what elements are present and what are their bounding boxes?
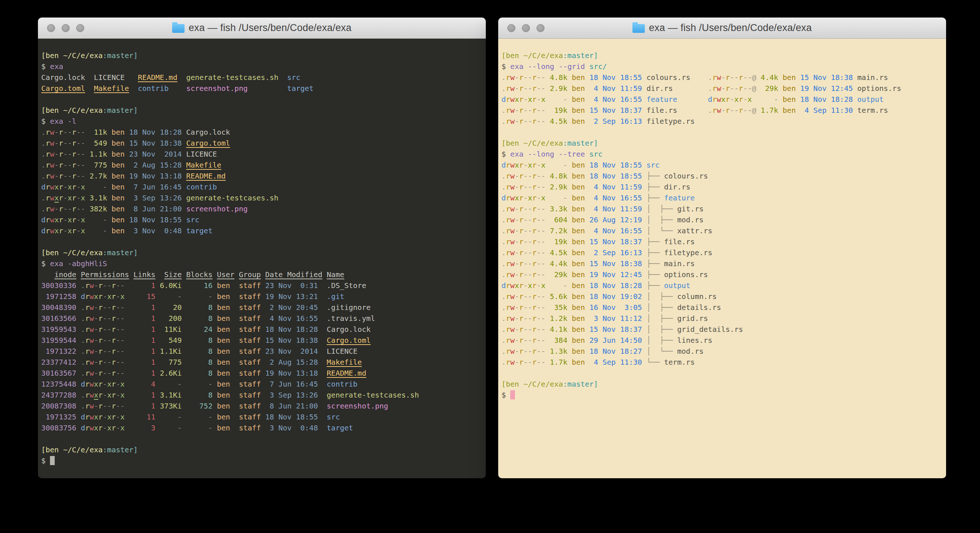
terminal-line: .rw-r--r-- 1.7k ben 4 Sep 11:30 └── term… [501, 357, 943, 368]
terminal-line: [ben ~/C/e/exa:master] [41, 444, 483, 455]
terminal-line: .rw-r--r-- 549 ben 15 Nov 18:38 Cargo.to… [41, 138, 483, 148]
titlebar[interactable]: exa — fish /Users/ben/Code/exa/exa [498, 18, 946, 39]
terminal-line: .rw-r--r-- 2.9k ben 4 Nov 11:59 dir.rs .… [501, 83, 943, 94]
terminal-output[interactable]: [ben ~/C/e/exa:master]$ exaCargo.lock LI… [38, 39, 486, 478]
terminal-line: $ exa -l [41, 116, 483, 127]
titlebar[interactable]: exa — fish /Users/ben/Code/exa/exa [38, 18, 486, 39]
terminal-line: drwxr-xr-x - ben 4 Nov 16:55 feature drw… [501, 94, 943, 105]
terminal-line: 23377412 .rw-r--r-- 1 775 8 ben staff 2 … [41, 357, 483, 368]
terminal-line: 30083756 drwxr-xr-x 3 - - ben staff 3 No… [41, 422, 483, 433]
terminal-line: .rw-r--r-- 1.2k ben 3 Nov 11:12 │ ├── gr… [501, 313, 943, 324]
terminal-line: .rw-r--r-- 11k ben 18 Nov 18:28 Cargo.lo… [41, 127, 483, 138]
window-title: exa — fish /Users/ben/Code/exa/exa [498, 18, 946, 38]
terminal-line: .rw-r--r-- 4.8k ben 18 Nov 18:55 ├── col… [501, 171, 943, 182]
terminal-line: 30163567 .rw-r--r-- 1 2.6Ki 8 ben staff … [41, 368, 483, 378]
terminal-line: 20087308 .rw-r--r-- 1 373Ki 752 ben staf… [41, 401, 483, 412]
terminal-line: $ [41, 455, 483, 466]
close-button[interactable] [508, 24, 515, 32]
terminal-line: 1971258 drwxr-xr-x 15 - - ben staff 19 N… [41, 291, 483, 302]
terminal-line: 24377288 .rwxr-xr-x 1 3.1Ki 8 ben staff … [41, 389, 483, 401]
traffic-lights [47, 18, 84, 38]
terminal-line: 12375448 drwxr-xr-x 4 - - ben staff 7 Ju… [41, 378, 483, 389]
terminal-line: .rw-r--r-- 19k ben 15 Nov 18:37 file.rs … [501, 105, 943, 116]
terminal-line [41, 236, 483, 247]
terminal-line: 1971322 .rw-r--r-- 1 1.1Ki 8 ben staff 2… [41, 346, 483, 357]
text-cursor [50, 456, 55, 465]
terminal-line: .rw-r--r-- 3.3k ben 4 Nov 11:59 │ ├── gi… [501, 203, 943, 214]
terminal-line: .rw-r--r-- 4.5k ben 2 Sep 16:13 ├── file… [501, 247, 943, 258]
terminal-line: .rw-r--r-- 29k ben 19 Nov 12:45 ├── opti… [501, 269, 943, 280]
terminal-line: .rw-r--r-- 2.7k ben 19 Nov 13:18 README.… [41, 171, 483, 182]
folder-icon [172, 24, 185, 33]
terminal-window-dark: exa — fish /Users/ben/Code/exa/exa [ben … [38, 18, 486, 478]
terminal-line: $ exa -abghHliS [41, 258, 483, 269]
terminal-line: .rw-r--r-- 4.5k ben 2 Sep 16:13 filetype… [501, 116, 943, 127]
terminal-line: .rw-r--r-- 4.4k ben 15 Nov 18:38 ├── mai… [501, 258, 943, 269]
terminal-line: .rw-r--r-- 2.9k ben 4 Nov 11:59 ├── dir.… [501, 182, 943, 192]
close-button[interactable] [47, 24, 55, 32]
terminal-line [501, 127, 943, 138]
terminal-line: [ben ~/C/e/exa:master] [501, 50, 943, 61]
terminal-line: drwxr-xr-x - ben 4 Nov 16:55 ├── feature [501, 192, 943, 203]
terminal-line [41, 94, 483, 105]
minimize-button[interactable] [522, 24, 530, 32]
terminal-line: inode Permissions Links Size Blocks User… [41, 269, 483, 280]
terminal-line: drwxr-xr-x - ben 18 Nov 18:55 src [41, 214, 483, 225]
terminal-line: .rw-r--r-- 382k ben 8 Jun 21:00 screensh… [41, 203, 483, 214]
terminal-line [41, 433, 483, 444]
terminal-line: .rw-r--r-- 4.1k ben 15 Nov 18:37 │ ├── g… [501, 324, 943, 335]
terminal-output[interactable]: [ben ~/C/e/exa:master]$ exa --long --gri… [498, 39, 946, 478]
terminal-line: 1971325 drwxr-xr-x 11 - - ben staff 18 N… [41, 412, 483, 422]
terminal-line: .rw-r--r-- 1.1k ben 23 Nov 2014 LICENCE [41, 148, 483, 160]
text-cursor [510, 390, 515, 399]
terminal-line: .rw-r--r-- 5.6k ben 18 Nov 19:02 │ ├── c… [501, 291, 943, 302]
terminal-line: .rw-r--r-- 19k ben 15 Nov 18:37 ├── file… [501, 236, 943, 247]
terminal-line: [ben ~/C/e/exa:master] [501, 138, 943, 148]
zoom-button[interactable] [536, 24, 544, 32]
window-title-text: exa — fish /Users/ben/Code/exa/exa [649, 22, 812, 34]
terminal-line: Cargo.toml Makefile contrib screenshot.p… [41, 83, 483, 94]
traffic-lights [508, 18, 544, 38]
terminal-line: .rw-r--r-- 1.3k ben 18 Nov 18:27 │ └── m… [501, 346, 943, 357]
terminal-line [501, 368, 943, 378]
terminal-line: $ [501, 389, 943, 401]
terminal-line: .rwxr-xr-x 3.1k ben 3 Sep 13:26 generate… [41, 192, 483, 203]
terminal-line: .rw-r--r-- 7.2k ben 4 Nov 16:55 │ └── xa… [501, 225, 943, 236]
terminal-line: [ben ~/C/e/exa:master] [501, 378, 943, 389]
terminal-line: $ exa --long --tree src [501, 148, 943, 160]
terminal-line: [ben ~/C/e/exa:master] [41, 105, 483, 116]
terminal-line: .rw-r--r-- 604 ben 26 Aug 12:19 │ ├── mo… [501, 214, 943, 225]
window-title: exa — fish /Users/ben/Code/exa/exa [38, 18, 486, 38]
terminal-line: drwxr-xr-x - ben 18 Nov 18:55 src [501, 160, 943, 171]
terminal-line: drwxr-xr-x - ben 18 Nov 18:28 ├── output [501, 280, 943, 291]
terminal-line: .rw-r--r-- 35k ben 16 Nov 3:05 │ ├── det… [501, 302, 943, 313]
terminal-line: .rw-r--r-- 775 ben 2 Aug 15:28 Makefile [41, 160, 483, 171]
folder-icon [632, 24, 645, 33]
terminal-line: 30048390 .rw-r--r-- 1 20 8 ben staff 2 N… [41, 302, 483, 313]
terminal-line: .rw-r--r-- 4.8k ben 18 Nov 18:55 colours… [501, 72, 943, 83]
minimize-button[interactable] [62, 24, 70, 32]
terminal-line: [ben ~/C/e/exa:master] [41, 247, 483, 258]
terminal-line: .rw-r--r-- 384 ben 29 Jun 14:50 │ ├── li… [501, 335, 943, 346]
terminal-line: 30163566 .rw-r--r-- 1 200 8 ben staff 4 … [41, 313, 483, 324]
window-title-text: exa — fish /Users/ben/Code/exa/exa [189, 22, 352, 34]
terminal-line: $ exa --long --grid src/ [501, 61, 943, 72]
terminal-line: 31959543 .rw-r--r-- 1 11Ki 24 ben staff … [41, 324, 483, 335]
terminal-line: drwxr-xr-x - ben 7 Jun 16:45 contrib [41, 182, 483, 192]
zoom-button[interactable] [76, 24, 84, 32]
terminal-line: 31959544 .rw-r--r-- 1 549 8 ben staff 15… [41, 335, 483, 346]
terminal-line: [ben ~/C/e/exa:master] [41, 50, 483, 61]
terminal-line: $ exa [41, 61, 483, 72]
terminal-line: Cargo.lock LICENCE README.md generate-te… [41, 72, 483, 83]
terminal-line: 30030336 .rw-r--r-- 1 6.0Ki 16 ben staff… [41, 280, 483, 291]
terminal-window-light: exa — fish /Users/ben/Code/exa/exa [ben … [498, 18, 946, 478]
terminal-line: drwxr-xr-x - ben 3 Nov 0:48 target [41, 225, 483, 236]
